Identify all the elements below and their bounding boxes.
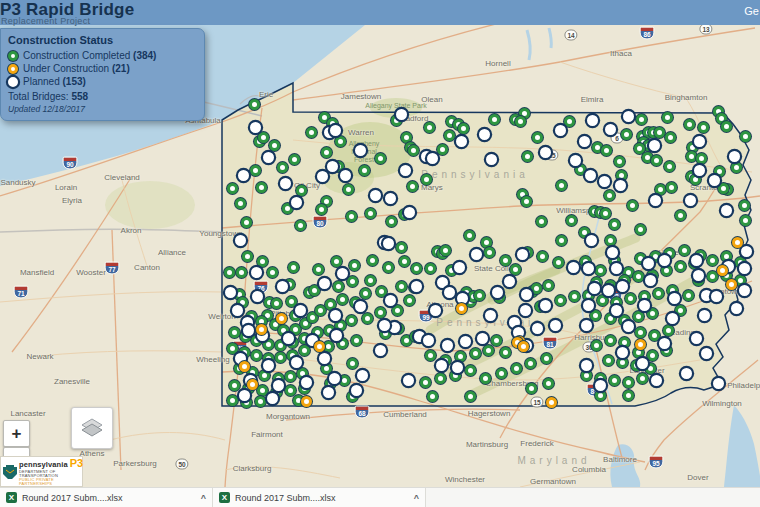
bridge-marker-planned[interactable]	[731, 303, 742, 314]
bridge-marker-planned[interactable]	[570, 155, 581, 166]
bridge-marker-planned[interactable]	[471, 249, 482, 260]
bridge-marker-completed[interactable]	[740, 131, 751, 142]
bridge-marker-planned[interactable]	[581, 360, 592, 371]
bridge-marker-planned[interactable]	[585, 170, 596, 181]
bridge-marker-planned[interactable]	[739, 285, 750, 296]
bridge-marker-completed[interactable]	[649, 330, 660, 341]
bridge-marker-completed[interactable]	[325, 299, 336, 310]
bridge-marker-completed[interactable]	[470, 348, 481, 359]
download-caret-icon[interactable]: ^	[414, 493, 419, 503]
bridge-marker-completed[interactable]	[255, 396, 266, 407]
bridge-marker-completed[interactable]	[376, 286, 387, 297]
bridge-marker-planned[interactable]	[583, 300, 594, 311]
bridge-marker-planned[interactable]	[581, 320, 592, 331]
bridge-marker-planned[interactable]	[273, 380, 284, 391]
bridge-marker-planned[interactable]	[400, 165, 411, 176]
bridge-marker-planned[interactable]	[603, 285, 614, 296]
bridge-marker-completed[interactable]	[440, 245, 451, 256]
bridge-marker-planned[interactable]	[694, 136, 705, 147]
bridge-marker-planned[interactable]	[520, 305, 531, 316]
bridge-marker-completed[interactable]	[236, 267, 247, 278]
bridge-marker-completed[interactable]	[315, 305, 326, 316]
bridge-marker-completed[interactable]	[444, 130, 455, 141]
bridge-marker-planned[interactable]	[617, 347, 628, 358]
bridge-marker-planned[interactable]	[357, 370, 368, 381]
bridge-marker-completed[interactable]	[375, 307, 386, 318]
bridge-marker-completed[interactable]	[321, 147, 332, 158]
bridge-marker-completed[interactable]	[537, 251, 548, 262]
bridge-marker-planned[interactable]	[379, 320, 390, 331]
bridge-marker-completed[interactable]	[267, 267, 278, 278]
bridge-marker-completed[interactable]	[614, 156, 625, 167]
bridge-marker-planned[interactable]	[568, 262, 579, 273]
bridge-marker-completed[interactable]	[556, 235, 567, 246]
bridge-marker-planned[interactable]	[645, 275, 656, 286]
bridge-marker-completed[interactable]	[425, 263, 436, 274]
bridge-marker-completed[interactable]	[351, 335, 362, 346]
bridge-marker-completed[interactable]	[321, 363, 332, 374]
bridge-marker-completed[interactable]	[627, 200, 638, 211]
bridge-marker-planned[interactable]	[504, 276, 515, 287]
bridge-marker-planned[interactable]	[385, 295, 396, 306]
bridge-marker-planned[interactable]	[605, 124, 616, 135]
bridge-marker-completed[interactable]	[489, 114, 500, 125]
bridge-marker-planned[interactable]	[301, 377, 312, 388]
bridge-marker-under[interactable]	[635, 339, 646, 350]
bridge-marker-planned[interactable]	[291, 197, 302, 208]
bridge-marker-completed[interactable]	[256, 182, 267, 193]
zoom-in-button[interactable]: +	[3, 420, 30, 447]
bridge-marker-planned[interactable]	[370, 190, 381, 201]
bridge-marker-completed[interactable]	[581, 370, 592, 381]
bridge-marker-planned[interactable]	[615, 180, 626, 191]
bridge-marker-completed[interactable]	[420, 377, 431, 388]
bridge-marker-completed[interactable]	[623, 377, 634, 388]
bridge-marker-planned[interactable]	[452, 362, 463, 373]
bridge-marker-completed[interactable]	[637, 373, 648, 384]
bridge-marker-completed[interactable]	[623, 390, 634, 401]
bridge-marker-planned[interactable]	[741, 246, 752, 257]
bridge-marker-completed[interactable]	[251, 350, 262, 361]
bridge-marker-completed[interactable]	[597, 295, 608, 306]
bridge-marker-under[interactable]	[276, 313, 287, 324]
bridge-marker-planned[interactable]	[243, 325, 254, 336]
download-tab[interactable]: Round 2017 Subm....xlsx ^	[0, 488, 213, 507]
bridge-marker-completed[interactable]	[556, 180, 567, 191]
bridge-marker-planned[interactable]	[611, 263, 622, 274]
bridge-marker-completed[interactable]	[651, 155, 662, 166]
bridge-marker-completed[interactable]	[227, 183, 238, 194]
bridge-marker-completed[interactable]	[474, 290, 485, 301]
bridge-marker-completed[interactable]	[249, 99, 260, 110]
bridge-marker-completed[interactable]	[365, 275, 376, 286]
bridge-marker-completed[interactable]	[609, 375, 620, 386]
bridge-marker-completed[interactable]	[286, 296, 297, 307]
basemap-layers-button[interactable]	[71, 407, 113, 449]
bridge-marker-completed[interactable]	[633, 271, 644, 282]
bridge-marker-planned[interactable]	[540, 147, 551, 158]
bridge-marker-planned[interactable]	[587, 115, 598, 126]
download-caret-icon[interactable]: ^	[201, 493, 206, 503]
bridge-marker-under[interactable]	[518, 341, 529, 352]
bridge-marker-completed[interactable]	[296, 185, 307, 196]
bridge-marker-completed[interactable]	[480, 373, 491, 384]
bridge-marker-planned[interactable]	[713, 378, 724, 389]
bridge-marker-planned[interactable]	[595, 380, 606, 391]
bridge-marker-planned[interactable]	[617, 281, 628, 292]
bridge-marker-planned[interactable]	[319, 278, 330, 289]
bridge-marker-planned[interactable]	[277, 281, 288, 292]
bridge-marker-planned[interactable]	[337, 268, 348, 279]
bridge-marker-completed[interactable]	[707, 271, 718, 282]
bridge-marker-planned[interactable]	[650, 195, 661, 206]
bridge-marker-completed[interactable]	[277, 162, 288, 173]
bridge-marker-completed[interactable]	[458, 123, 469, 134]
bridge-marker-planned[interactable]	[396, 109, 407, 120]
bridge-marker-planned[interactable]	[637, 358, 648, 369]
bridge-marker-planned[interactable]	[729, 151, 740, 162]
bridge-marker-completed[interactable]	[399, 256, 410, 267]
bridge-marker-planned[interactable]	[239, 390, 250, 401]
bridge-marker-completed[interactable]	[258, 132, 269, 143]
bridge-marker-completed[interactable]	[511, 363, 522, 374]
bridge-marker-planned[interactable]	[375, 345, 386, 356]
bridge-marker-completed[interactable]	[383, 262, 394, 273]
bridge-marker-completed[interactable]	[522, 151, 533, 162]
bridge-marker-planned[interactable]	[280, 178, 291, 189]
